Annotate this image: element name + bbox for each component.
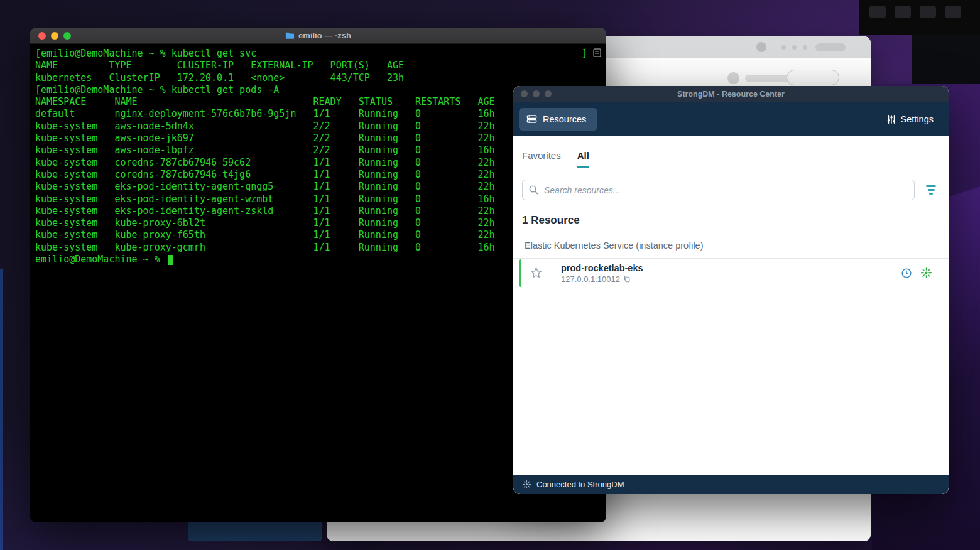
zoom-button[interactable] [63, 32, 71, 40]
background-dark-panel-2 [912, 35, 980, 84]
background-toolbar-pill [815, 43, 846, 51]
background-panel-icon [920, 6, 936, 18]
resource-text: prod-rocketlab-eks 127.0.0.1:10012 [561, 263, 643, 284]
background-toolbar-dot [792, 45, 797, 50]
background-avatar [727, 72, 739, 84]
resource-section-label: Elastic Kubernetes Service (instance pro… [525, 240, 949, 251]
clock-icon[interactable] [901, 267, 912, 279]
background-panel-icon [945, 6, 961, 18]
magnifier-icon [528, 185, 539, 195]
terminal-window-controls [38, 32, 71, 40]
resource-status-accent [519, 259, 521, 287]
terminal-titlebar[interactable]: emilio — -zsh [30, 28, 606, 44]
filter-button[interactable] [922, 181, 940, 199]
folder-icon [285, 31, 295, 40]
background-panel-icon [895, 6, 911, 18]
strongdm-header: Resources Settings [513, 102, 949, 136]
divider [513, 288, 949, 288]
background-toolbar-circle [756, 42, 766, 52]
search-input[interactable] [522, 180, 915, 200]
search-row [522, 180, 940, 200]
minimize-button[interactable] [51, 32, 58, 40]
sliders-icon [886, 114, 896, 124]
strongdm-footer: Connected to StrongDM [513, 475, 949, 494]
resource-name: prod-rocketlab-eks [561, 263, 643, 273]
terminal-title-text: emilio — -zsh [298, 31, 351, 40]
antenna-status-icon [522, 480, 531, 489]
background-panel-icon [869, 6, 886, 18]
connection-status-text: Connected to StrongDM [536, 480, 624, 489]
background-dark-panel [859, 0, 980, 35]
tab-all[interactable]: All [577, 150, 589, 168]
resource-address-row: 127.0.0.1:10012 [561, 274, 643, 284]
background-toolbar-dot [781, 45, 786, 50]
terminal-prompt: emilio@DemoMachine ~ % [35, 254, 166, 265]
strongdm-window-title: StrongDM - Resource Center [513, 90, 949, 99]
background-button-pill [787, 70, 839, 85]
close-button[interactable] [38, 32, 46, 40]
copy-icon[interactable] [623, 275, 631, 283]
resource-address: 127.0.0.1:10012 [561, 274, 620, 284]
minimize-button[interactable] [533, 90, 540, 97]
antenna-connected-icon [920, 267, 932, 279]
resources-button-label: Resources [543, 114, 586, 124]
terminal-scroll-indicator-icon [593, 48, 601, 57]
settings-button[interactable]: Settings [886, 114, 934, 124]
background-blue-sliver [0, 269, 3, 550]
terminal-command-mark: ] [582, 48, 587, 59]
resource-count: 1 Resource [522, 214, 949, 227]
terminal-cursor [168, 255, 173, 265]
background-blue-button [188, 520, 322, 541]
filter-lines-icon [926, 185, 936, 187]
strongdm-window-controls [521, 90, 552, 97]
server-stack-icon [526, 114, 537, 124]
resources-button[interactable]: Resources [519, 108, 597, 131]
resource-row[interactable]: prod-rocketlab-eks 127.0.0.1:10012 [513, 259, 949, 288]
close-button[interactable] [521, 90, 528, 97]
tab-favorites[interactable]: Favorites [522, 150, 561, 168]
settings-label: Settings [901, 114, 934, 124]
zoom-button[interactable] [545, 90, 552, 97]
search-field-wrap [522, 180, 915, 200]
star-icon[interactable] [530, 267, 542, 279]
background-toolbar-dot [803, 45, 807, 50]
strongdm-window: StrongDM - Resource Center Resources Set… [513, 86, 949, 494]
resource-tabs: Favorites All [513, 136, 949, 168]
strongdm-titlebar[interactable]: StrongDM - Resource Center [513, 86, 949, 102]
terminal-title: emilio — -zsh [30, 28, 606, 43]
